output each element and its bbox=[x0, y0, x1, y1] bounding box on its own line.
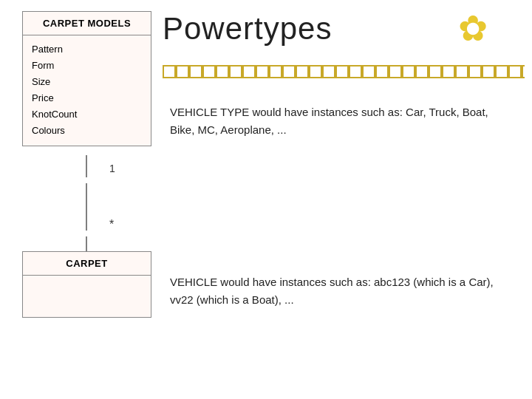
greek-cell bbox=[309, 65, 322, 78]
greek-cell bbox=[242, 65, 256, 78]
greek-cell bbox=[216, 65, 229, 78]
greek-cell bbox=[349, 65, 362, 78]
greek-cell bbox=[402, 65, 415, 78]
attribute-knotcount: KnotCount bbox=[32, 106, 142, 123]
greek-cell bbox=[375, 65, 389, 78]
attribute-pattern: Pattern bbox=[32, 41, 142, 58]
greek-cell bbox=[468, 65, 482, 78]
greek-cell bbox=[508, 65, 522, 78]
title-area: Powertypes ✿ bbox=[163, 11, 488, 47]
greek-cell bbox=[189, 65, 202, 78]
greek-cell bbox=[429, 65, 442, 78]
label-one: 1 bbox=[109, 163, 115, 174]
greek-cell bbox=[362, 65, 375, 78]
attribute-colours: Colours bbox=[32, 123, 142, 139]
desc-bottom: VEHICLE would have instances such as: ab… bbox=[170, 273, 510, 309]
attribute-price: Price bbox=[32, 90, 142, 106]
greek-cell bbox=[415, 65, 429, 78]
greek-cell bbox=[296, 65, 309, 78]
carpet-box: CARPET bbox=[22, 251, 151, 318]
carpet-models-body: Pattern Form Size Price KnotCount Colour… bbox=[23, 35, 151, 146]
attribute-size: Size bbox=[32, 74, 142, 90]
greek-cell bbox=[495, 65, 508, 78]
flower-icon: ✿ bbox=[458, 11, 488, 47]
greek-cell bbox=[229, 65, 242, 78]
carpet-models-header: CARPET MODELS bbox=[23, 12, 151, 35]
greek-cell bbox=[482, 65, 495, 78]
greek-cell bbox=[176, 65, 189, 78]
greek-cell bbox=[163, 65, 176, 78]
page: Powertypes ✿ bbox=[0, 0, 532, 399]
greek-cell bbox=[202, 65, 216, 78]
greek-cell bbox=[455, 65, 468, 78]
desc-top: VEHICLE TYPE would have instances such a… bbox=[170, 103, 510, 139]
greek-border bbox=[163, 65, 525, 78]
label-star: * bbox=[109, 218, 114, 231]
greek-cell bbox=[389, 65, 402, 78]
greek-border-inner bbox=[163, 65, 525, 78]
attribute-form: Form bbox=[32, 58, 142, 74]
carpet-header: CARPET bbox=[23, 252, 151, 276]
greek-cell bbox=[269, 65, 282, 78]
carpet-models-box: CARPET MODELS Pattern Form Size Price Kn… bbox=[22, 11, 151, 146]
carpet-body bbox=[23, 276, 151, 317]
greek-cell bbox=[256, 65, 269, 78]
greek-cell bbox=[322, 65, 335, 78]
greek-cell bbox=[335, 65, 349, 78]
greek-cell bbox=[282, 65, 296, 78]
greek-cell bbox=[522, 65, 525, 78]
page-title: Powertypes bbox=[163, 11, 332, 47]
greek-cell bbox=[442, 65, 455, 78]
